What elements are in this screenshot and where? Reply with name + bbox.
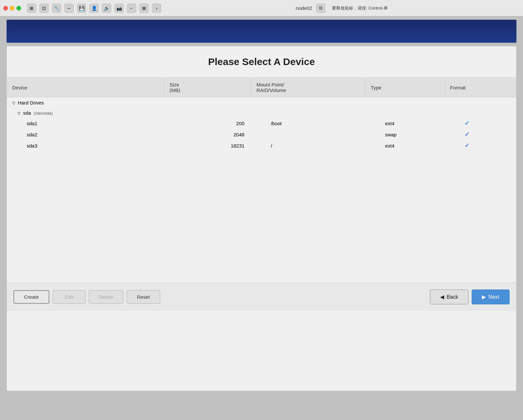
page-title: Please Select A Device [13,56,510,67]
col-header-mountpoint: Mount Point/RAID/Volume [251,78,365,97]
forward-icon[interactable]: › [152,4,161,13]
grid-icon[interactable]: ⊞ [139,4,149,13]
group-hard-drives[interactable]: ▽ Hard Drives [7,97,516,108]
group-label: Hard Drives [18,100,44,105]
tool-icon[interactable]: 🔧 [52,4,61,13]
col-header-device: Device [7,78,164,97]
speaker-icon[interactable]: 🔊 [102,4,111,13]
partition-type-sda3: ext4 [365,140,445,151]
nav-buttons: ◀ Back ▶ Next [430,290,510,304]
partition-name-sda1: sda1 [7,118,164,129]
partition-mount-sda3: / [251,140,365,151]
disk-sda[interactable]: ▽ sda (/dev/sda) [7,108,516,118]
arrows-icon[interactable]: ↔ [64,4,74,13]
sidebar-toggle-icon[interactable]: ⊞ [27,4,36,13]
action-buttons: Create Edit Delete Reset [13,290,160,304]
traffic-lights [3,6,21,11]
page-title-section: Please Select A Device [7,46,516,78]
partition-sda1[interactable]: sda1 200 /boot ext4 ✓ [7,118,516,129]
expand-triangle-sda-icon: ▽ [17,111,20,116]
back-arrow-icon[interactable]: ← [127,4,136,13]
camera-icon[interactable]: 📷 [114,4,124,13]
partition-format-sda2: ✓ [445,129,516,140]
close-button[interactable] [3,6,8,11]
partition-name-sda2: sda2 [7,129,164,140]
record-icon[interactable]: ⊡ [39,4,49,13]
device-table-section: Device Size(MB) Mount Point/RAID/Volume … [7,78,516,151]
edit-button[interactable]: Edit [53,290,86,304]
main-content: Please Select A Device Device Size(MB) M… [7,46,516,391]
col-header-format: Format [445,78,516,97]
user-icon[interactable]: 👤 [89,4,99,13]
window-title: node02 [296,5,312,11]
partition-sda3[interactable]: sda3 18231 / ext4 ✓ [7,140,516,151]
partition-format-sda1: ✓ [445,118,516,129]
partition-type-sda1: ext4 [365,118,445,129]
disk-path: (/dev/sda) [34,111,53,116]
table-header-row: Device Size(MB) Mount Point/RAID/Volume … [7,78,516,97]
maximize-button[interactable] [16,6,21,11]
col-header-size: Size(MB) [164,78,251,97]
create-button[interactable]: Create [13,290,49,304]
expand-triangle-icon: ▽ [12,101,15,105]
next-arrow-icon: ▶ [482,294,486,300]
partition-size-sda2: 2048 [164,129,251,140]
partition-size-sda3: 18231 [164,140,251,151]
titlebar-icons: ⊞ ⊡ 🔧 ↔ 💾 👤 🔊 📷 ← ⊞ › [27,4,161,13]
partition-mount-sda1: /boot [251,118,365,129]
device-table: Device Size(MB) Mount Point/RAID/Volume … [7,78,516,151]
partition-mount-sda2 [251,129,365,140]
hint-text: 要释放鼠标，请按: Control-⌘ [332,5,388,11]
empty-space [7,151,516,283]
minimize-button[interactable] [10,6,14,11]
partition-size-sda1: 200 [164,118,251,129]
disk-name: sda [23,110,31,116]
next-button[interactable]: ▶ Next [472,290,510,304]
top-banner [7,20,516,43]
copy-icon[interactable]: ⧉ [316,4,325,13]
col-header-type: Type [365,78,445,97]
delete-button[interactable]: Delete [89,290,123,304]
back-button[interactable]: ◀ Back [430,290,469,304]
partition-sda2[interactable]: sda2 2048 swap ✓ [7,129,516,140]
partition-format-sda3: ✓ [445,140,516,151]
titlebar: ⊞ ⊡ 🔧 ↔ 💾 👤 🔊 📷 ← ⊞ › node02 ⧉ 要释放鼠标，请按:… [0,0,523,16]
back-arrow-icon: ◀ [440,294,444,300]
disk-icon[interactable]: 💾 [77,4,86,13]
partition-name-sda3: sda3 [7,140,164,151]
bottom-action-bar: Create Edit Delete Reset ◀ Back ▶ Next [7,283,516,311]
titlebar-center: node02 ⧉ 要释放鼠标，请按: Control-⌘ [164,4,520,13]
partition-type-sda2: swap [365,129,445,140]
reset-button[interactable]: Reset [127,290,160,304]
